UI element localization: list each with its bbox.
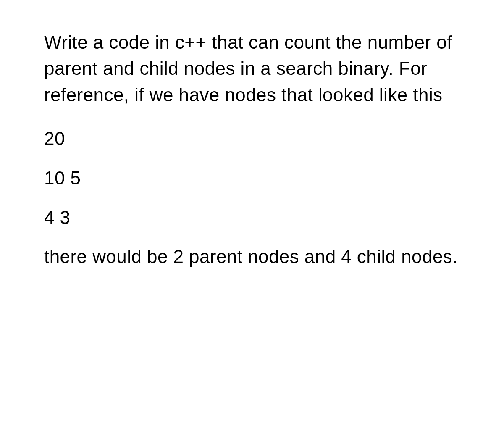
tree-data-line-1: 20 bbox=[44, 126, 460, 152]
tree-data-line-3: 4 3 bbox=[44, 205, 460, 231]
question-intro-text: Write a code in c++ that can count the n… bbox=[44, 29, 460, 108]
tree-data-line-2: 10 5 bbox=[44, 165, 460, 191]
question-conclusion-text: there would be 2 parent nodes and 4 chil… bbox=[44, 244, 460, 270]
